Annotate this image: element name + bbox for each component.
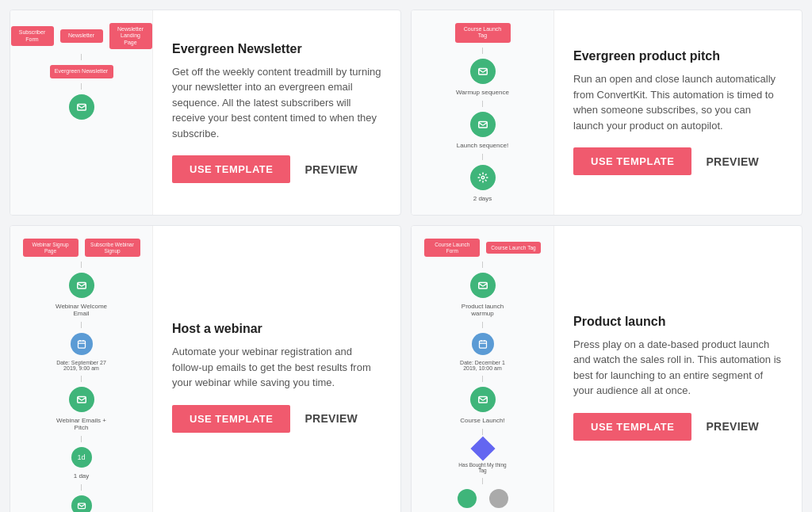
preview-button-product-pitch[interactable]: PREVIEW	[706, 155, 759, 168]
card-content-product-pitch: Evergreen product pitch Run an open and …	[554, 10, 802, 215]
webinar-circle-3	[69, 387, 94, 412]
connector-webinar-5	[81, 484, 82, 491]
newsletter-main-node: Evergreen Newsletter	[50, 65, 113, 78]
card-actions-product-launch: USE TEMPLATE PREVIEW	[573, 413, 783, 441]
preview-button-product-launch[interactable]: PREVIEW	[706, 420, 759, 433]
card-content-newsletter: Evergreen Newsletter Get off the weekly …	[153, 10, 400, 215]
webinar-circle-2	[71, 333, 93, 355]
card-evergreen-newsletter: Subscriber Form Newsletter Newsletter La…	[10, 10, 401, 216]
use-template-button-newsletter[interactable]: USE TEMPLATE	[172, 155, 290, 183]
card-product-launch: Course Launch Form Course Launch Tag Pro…	[411, 225, 802, 512]
newsletter-node-1: Subscriber Form	[11, 26, 54, 46]
webinar-diagram: Webinar Signup Page Subscribe Webinar Si…	[18, 239, 144, 512]
webinar-label-2: Date: September 27 2019, 9:00 am	[54, 360, 109, 371]
card-actions-newsletter: USE TEMPLATE PREVIEW	[172, 155, 381, 183]
launch-row-1: Course Launch Form Course Launch Tag	[424, 239, 540, 258]
card-content-webinar: Host a webinar Automate your webinar reg…	[153, 226, 400, 512]
newsletter-node-3: Newsletter Landing Page	[109, 23, 152, 49]
launch-label-2: Date: December 1 2019, 10:00 am	[455, 360, 511, 371]
card-evergreen-product-pitch: Course Launch Tag Warmup sequence Launch…	[411, 10, 802, 216]
connector-launch-3	[482, 376, 483, 382]
launch-label-3: Course Launch!	[460, 417, 504, 424]
pitch-label-3: 2 days	[473, 195, 492, 202]
card-title-webinar: Host a webinar	[172, 322, 381, 336]
newsletter-row-1: Subscriber Form Newsletter Newsletter La…	[11, 23, 152, 49]
connector-pitch-2	[482, 101, 483, 107]
connector-1	[81, 54, 82, 60]
use-template-button-product-pitch[interactable]: USE TEMPLATE	[573, 147, 691, 175]
card-desc-product-pitch: Run an open and close launch automatical…	[573, 71, 783, 133]
card-preview-newsletter: Subscriber Form Newsletter Newsletter La…	[10, 10, 153, 215]
pitch-circle-1	[470, 59, 496, 84]
use-template-button-webinar[interactable]: USE TEMPLATE	[172, 405, 290, 433]
connector-webinar-1	[81, 262, 82, 268]
connector-launch-4	[482, 429, 483, 435]
launch-circle-1	[470, 273, 496, 298]
card-preview-webinar: Webinar Signup Page Subscribe Webinar Si…	[10, 226, 153, 512]
newsletter-circle-1	[69, 94, 94, 120]
launch-circle-5	[489, 489, 508, 508]
connector-webinar-3	[81, 376, 82, 382]
launch-circle-4	[458, 489, 477, 508]
card-title-product-launch: Product launch	[573, 315, 783, 329]
launch-row-2	[458, 489, 508, 508]
card-preview-product-launch: Course Launch Form Course Launch Tag Pro…	[412, 226, 554, 512]
use-template-button-product-launch[interactable]: USE TEMPLATE	[573, 413, 691, 441]
connector-pitch-3	[482, 154, 483, 160]
product-launch-diagram: Course Launch Form Course Launch Tag Pro…	[419, 239, 546, 509]
connector-launch-2	[482, 322, 483, 328]
card-title-newsletter: Evergreen Newsletter	[172, 42, 381, 56]
card-preview-product-pitch: Course Launch Tag Warmup sequence Launch…	[412, 10, 554, 215]
connector-webinar-4	[81, 436, 82, 442]
webinar-circle-1	[69, 273, 94, 298]
newsletter-node-4: Evergreen Newsletter	[50, 65, 113, 78]
webinar-row-1: Webinar Signup Page Subscribe Webinar Si…	[23, 239, 140, 258]
card-actions-webinar: USE TEMPLATE PREVIEW	[172, 405, 381, 433]
card-host-webinar: Webinar Signup Page Subscribe Webinar Si…	[10, 225, 401, 512]
product-pitch-diagram: Course Launch Tag Warmup sequence Launch…	[419, 23, 546, 202]
pitch-circle-3	[470, 165, 496, 190]
launch-node-2: Course Launch Tag	[486, 242, 540, 254]
pitch-node-1: Course Launch Tag	[455, 23, 511, 43]
card-desc-product-launch: Press play on a date-based product launc…	[573, 337, 783, 399]
svg-rect-12	[479, 341, 486, 348]
preview-button-newsletter[interactable]: PREVIEW	[304, 163, 358, 176]
launch-diamond	[470, 437, 495, 461]
card-desc-newsletter: Get off the weekly content treadmill by …	[172, 64, 381, 142]
connector-webinar-2	[81, 322, 82, 328]
card-actions-product-pitch: USE TEMPLATE PREVIEW	[573, 147, 783, 175]
webinar-node-1: Webinar Signup Page	[23, 239, 79, 258]
launch-label-4: Has Bought My thing Tag	[455, 462, 511, 473]
pitch-label-1: Warmup sequence	[456, 89, 509, 96]
connector-pitch-1	[482, 48, 483, 54]
svg-point-3	[481, 176, 485, 179]
card-content-product-launch: Product launch Press play on a date-base…	[554, 226, 802, 512]
connector-2	[81, 83, 82, 90]
template-grid: Subscriber Form Newsletter Newsletter La…	[0, 0, 812, 512]
launch-circle-2	[472, 333, 494, 355]
webinar-label-3: Webinar Emails + Pitch	[54, 417, 109, 431]
card-title-product-pitch: Evergreen product pitch	[573, 49, 783, 63]
webinar-label-4: 1 day	[74, 472, 90, 480]
card-desc-webinar: Automate your webinar registration and f…	[172, 344, 381, 391]
pitch-label-2: Launch sequence!	[457, 142, 508, 149]
pitch-circle-2	[470, 112, 496, 137]
webinar-node-2: Subscribe Webinar Signup	[85, 239, 140, 258]
webinar-circle-5	[71, 495, 92, 512]
svg-rect-5	[78, 341, 85, 348]
preview-button-webinar[interactable]: PREVIEW	[304, 412, 358, 425]
webinar-circle-4: 1d	[71, 447, 92, 468]
launch-label-1: Product launch warmup	[455, 303, 511, 317]
newsletter-diagram: Subscriber Form Newsletter Newsletter La…	[18, 23, 144, 120]
launch-circle-3	[470, 387, 496, 412]
newsletter-node-2: Newsletter	[60, 29, 103, 42]
webinar-label-1: Webinar Welcome Email	[54, 303, 109, 317]
launch-node-1: Course Launch Form	[424, 239, 480, 258]
connector-launch-5	[482, 478, 483, 484]
connector-launch-1	[482, 262, 483, 268]
